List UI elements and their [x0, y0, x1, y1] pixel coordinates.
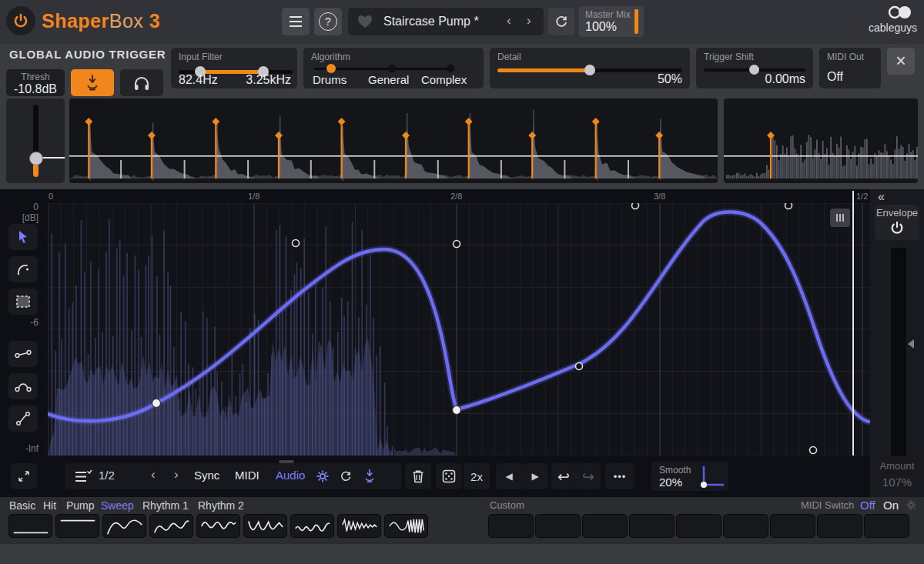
preset-reload-button[interactable] — [548, 8, 574, 35]
delete-wave-button[interactable] — [405, 463, 431, 489]
loop-end-playhead[interactable] — [852, 191, 854, 456]
algorithm-option-drums[interactable]: Drums — [313, 73, 346, 86]
expand-editor-button[interactable] — [11, 463, 37, 489]
algorithm-option-general[interactable]: General — [368, 73, 409, 86]
master-mix-slider[interactable] — [634, 9, 638, 34]
wave-preset-zigzag-decay[interactable] — [337, 514, 381, 538]
tab-pump[interactable]: Pump — [66, 499, 95, 512]
mode-audio-active[interactable]: Audio — [276, 469, 305, 482]
audio-trigger-mode-icon[interactable] — [362, 469, 377, 484]
midi-switch-off-active[interactable]: Off — [860, 499, 875, 512]
trigger-shift-handle[interactable] — [749, 65, 759, 75]
wave-list-icon[interactable] — [74, 469, 92, 483]
loop-drag-handle[interactable] — [830, 209, 850, 227]
shift-left-button[interactable]: ◀ — [496, 463, 522, 489]
mode-midi[interactable]: MIDI — [235, 469, 259, 482]
algorithm-dot-drums[interactable] — [326, 64, 336, 73]
custom-slot-9[interactable] — [864, 514, 909, 538]
tab-rhythm2[interactable]: Rhythm 2 — [198, 499, 244, 512]
preset-next-button[interactable]: › — [527, 13, 531, 28]
envelope-node[interactable] — [152, 399, 161, 408]
midi-switch-gear-icon[interactable] — [906, 499, 917, 511]
more-options-button[interactable]: ••• — [605, 463, 634, 489]
wave-prev-button[interactable]: ‹ — [151, 467, 156, 482]
collapse-sidebar-button[interactable]: « — [878, 190, 885, 204]
envelope-control-node[interactable] — [293, 240, 300, 247]
tool-curve-button[interactable] — [8, 373, 38, 399]
envelope-power-block[interactable]: Envelope — [875, 205, 919, 240]
help-button[interactable]: ? — [314, 8, 342, 35]
threshold-slider-handle[interactable] — [29, 152, 43, 165]
envelope-node[interactable] — [453, 406, 461, 415]
app-power-button[interactable] — [6, 6, 35, 35]
menu-button[interactable] — [282, 8, 310, 35]
wave-preset-wavy[interactable] — [196, 514, 240, 538]
custom-slot-8[interactable] — [817, 514, 862, 538]
envelope-power-icon[interactable] — [889, 220, 905, 235]
algorithm-dot-complex[interactable] — [447, 65, 454, 72]
detail-handle[interactable] — [584, 65, 595, 75]
wave-length-value[interactable]: 1/2 — [99, 469, 115, 482]
detail-control[interactable]: Detail 50% — [490, 48, 690, 88]
trigger-side-display[interactable] — [724, 98, 918, 183]
tool-select-button[interactable] — [8, 224, 38, 250]
tab-basic[interactable]: Basic — [9, 499, 35, 512]
amount-slider-marker[interactable] — [908, 339, 914, 349]
preset-prev-button[interactable]: ‹ — [507, 13, 511, 28]
wave-preset-flat-low[interactable] — [8, 514, 52, 538]
envelope-control-node[interactable] — [576, 363, 583, 370]
trigger-settings-gear-icon[interactable] — [316, 469, 330, 483]
custom-slot-1[interactable] — [488, 514, 534, 538]
audio-trigger-enable-button[interactable] — [71, 69, 114, 96]
wave-preset-sine-buzz[interactable] — [384, 514, 428, 538]
envelope-control-node[interactable] — [810, 447, 817, 454]
input-filter-control[interactable]: Input Filter 82.4Hz 3.25kHz — [171, 48, 297, 88]
custom-slot-7[interactable] — [770, 514, 815, 538]
favorite-heart-icon[interactable] — [357, 15, 373, 28]
wave-preset-grow-wiggle[interactable] — [290, 514, 334, 538]
algorithm-option-complex[interactable]: Complex — [421, 73, 467, 86]
midi-out-control[interactable]: MIDI Out Off — [819, 48, 881, 88]
envelope-control-node[interactable] — [454, 241, 460, 248]
shift-right-button[interactable]: ▶ — [522, 463, 548, 489]
wave-preset-flat-high[interactable] — [55, 514, 99, 538]
tool-draw-button[interactable] — [8, 256, 38, 282]
redo-button[interactable]: ↪ — [576, 463, 601, 489]
wave-preset-two-humps[interactable] — [102, 514, 146, 538]
custom-slot-6[interactable] — [723, 514, 768, 538]
tool-marquee-button[interactable] — [8, 289, 38, 315]
threshold-slider-panel[interactable] — [6, 98, 65, 183]
thresh-readout[interactable]: Thresh -10.8dB — [6, 69, 65, 96]
algorithm-control[interactable]: Algorithm Drums General Complex — [303, 48, 484, 88]
master-mix-control[interactable]: Master Mix 100% — [579, 6, 644, 37]
envelope-control-node[interactable] — [632, 203, 639, 209]
custom-slot-5[interactable] — [676, 514, 721, 538]
custom-slot-4[interactable] — [629, 514, 675, 538]
tool-line-button[interactable] — [8, 341, 38, 367]
amount-slider-track[interactable] — [891, 248, 906, 456]
custom-slot-3[interactable] — [582, 514, 628, 538]
tab-rhythm1[interactable]: Rhythm 1 — [142, 499, 189, 512]
double-wave-button[interactable]: 2x — [464, 463, 490, 489]
tool-scurve-button[interactable] — [8, 405, 38, 432]
trigger-waveform-display[interactable] — [69, 98, 718, 183]
mode-sync[interactable]: Sync — [194, 469, 219, 482]
close-trigger-panel-button[interactable]: × — [887, 48, 915, 75]
envelope-plot[interactable] — [48, 203, 870, 456]
preset-selector[interactable]: Staircase Pump * ‹ › — [348, 8, 544, 35]
tab-hit[interactable]: Hit — [43, 499, 56, 512]
undo-button[interactable]: ↩ — [551, 463, 576, 489]
trigger-monitor-button[interactable] — [120, 69, 163, 96]
midi-switch-on[interactable]: On — [883, 499, 899, 512]
wave-preset-three-humps[interactable] — [149, 514, 193, 538]
retrigger-loop-icon[interactable] — [339, 469, 353, 483]
algorithm-dot-general[interactable] — [388, 65, 396, 72]
tab-sweep-active[interactable]: Sweep — [101, 499, 134, 512]
envelope-control-node[interactable] — [785, 203, 792, 209]
smooth-control[interactable]: Smooth 20% — [651, 462, 728, 491]
custom-slot-2[interactable] — [535, 514, 581, 538]
randomize-button[interactable] — [436, 463, 462, 489]
trigger-shift-control[interactable]: Trigger Shift 0.00ms — [696, 48, 813, 88]
wave-next-button[interactable]: › — [174, 467, 179, 482]
wave-preset-valleys[interactable] — [243, 514, 287, 538]
